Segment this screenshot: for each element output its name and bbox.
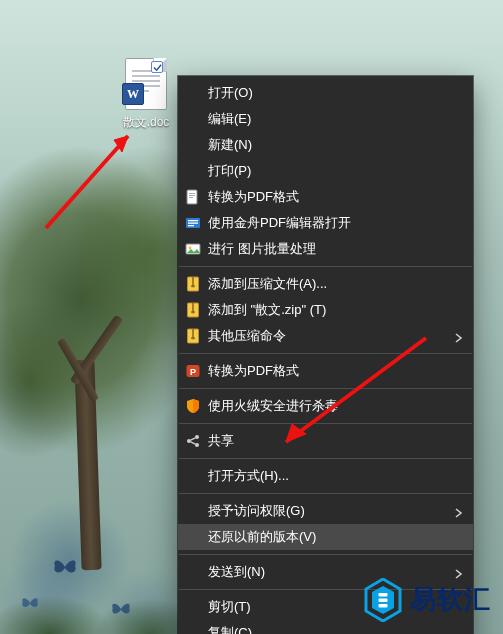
menu-item-huorong[interactable]: 使用火绒安全进行杀毒 bbox=[178, 393, 473, 419]
svg-rect-12 bbox=[191, 285, 194, 287]
svg-point-23 bbox=[195, 443, 199, 447]
menu-item-add-archive[interactable]: 添加到压缩文件(A)... bbox=[178, 271, 473, 297]
svg-rect-2 bbox=[189, 195, 195, 196]
watermark: 易软汇 bbox=[364, 578, 491, 622]
desktop-wallpaper: W 散文.doc 打开(O)编辑(E)新建(N)打印(P)转换为PDF格式使用金… bbox=[0, 0, 503, 634]
chevron-right-icon bbox=[455, 331, 463, 341]
menu-item-other-zip[interactable]: 其他压缩命令 bbox=[178, 323, 473, 349]
menu-item-new[interactable]: 新建(N) bbox=[178, 132, 473, 158]
shield-icon bbox=[185, 398, 201, 414]
archive-icon bbox=[185, 276, 201, 292]
butterfly-icon bbox=[52, 556, 78, 578]
svg-rect-5 bbox=[188, 220, 198, 221]
menu-item-share[interactable]: 共享 bbox=[178, 428, 473, 454]
no-icon bbox=[185, 111, 201, 127]
image-batch-icon bbox=[185, 241, 201, 257]
file-thumbnail: W bbox=[125, 58, 167, 110]
menu-item-label: 复制(C) bbox=[208, 624, 459, 634]
svg-rect-31 bbox=[379, 599, 388, 603]
butterfly-icon bbox=[110, 600, 132, 618]
menu-item-label: 打开方式(H)... bbox=[208, 467, 459, 485]
menu-item-label: 打开(O) bbox=[208, 84, 459, 102]
svg-rect-7 bbox=[188, 225, 194, 226]
menu-item-copy[interactable]: 复制(C) bbox=[178, 620, 473, 634]
no-icon bbox=[185, 599, 201, 615]
context-menu: 打开(O)编辑(E)新建(N)打印(P)转换为PDF格式使用金舟PDF编辑器打开… bbox=[178, 76, 473, 634]
menu-item-restore-prev[interactable]: 还原以前的版本(V) bbox=[178, 524, 473, 550]
archive-icon bbox=[185, 302, 201, 318]
svg-rect-18 bbox=[191, 337, 194, 339]
menu-item-jz-pdf[interactable]: 使用金舟PDF编辑器打开 bbox=[178, 210, 473, 236]
menu-item-to-pdf-2[interactable]: P转换为PDF格式 bbox=[178, 358, 473, 384]
svg-point-9 bbox=[189, 247, 192, 250]
menu-item-label: 添加到压缩文件(A)... bbox=[208, 275, 459, 293]
pdf-page-icon bbox=[185, 189, 201, 205]
checkbox-icon bbox=[151, 61, 163, 73]
chevron-right-icon bbox=[455, 567, 463, 577]
file-label: 散文.doc bbox=[115, 114, 177, 131]
menu-item-label: 打印(P) bbox=[208, 162, 459, 180]
svg-text:P: P bbox=[190, 367, 196, 377]
no-icon bbox=[185, 137, 201, 153]
menu-separator bbox=[179, 388, 472, 389]
menu-separator bbox=[179, 266, 472, 267]
annotation-arrow bbox=[36, 118, 156, 238]
svg-rect-3 bbox=[189, 197, 193, 198]
svg-point-21 bbox=[195, 435, 199, 439]
menu-item-label: 转换为PDF格式 bbox=[208, 362, 459, 380]
menu-item-label: 转换为PDF格式 bbox=[208, 188, 459, 206]
no-icon bbox=[185, 529, 201, 545]
butterfly-icon bbox=[20, 595, 40, 611]
chevron-right-icon bbox=[455, 506, 463, 516]
menu-item-label: 共享 bbox=[208, 432, 459, 450]
menu-item-label: 授予访问权限(G) bbox=[208, 502, 459, 520]
file-docx[interactable]: W 散文.doc bbox=[115, 58, 177, 131]
archive-icon bbox=[185, 328, 201, 344]
menu-item-label: 添加到 "散文.zip" (T) bbox=[208, 301, 459, 319]
no-icon bbox=[185, 564, 201, 580]
menu-separator bbox=[179, 493, 472, 494]
no-icon bbox=[185, 468, 201, 484]
watermark-logo-icon bbox=[364, 578, 402, 622]
menu-item-edit[interactable]: 编辑(E) bbox=[178, 106, 473, 132]
menu-item-label: 进行 图片批量处理 bbox=[208, 240, 459, 258]
menu-item-label: 使用火绒安全进行杀毒 bbox=[208, 397, 459, 415]
no-icon bbox=[185, 85, 201, 101]
menu-item-label: 使用金舟PDF编辑器打开 bbox=[208, 214, 459, 232]
menu-separator bbox=[179, 423, 472, 424]
menu-item-label: 其他压缩命令 bbox=[208, 327, 459, 345]
svg-rect-15 bbox=[191, 311, 194, 313]
svg-rect-11 bbox=[192, 277, 194, 286]
menu-item-label: 新建(N) bbox=[208, 136, 459, 154]
svg-rect-32 bbox=[379, 604, 388, 608]
menu-separator bbox=[179, 554, 472, 555]
word-badge-icon: W bbox=[122, 83, 144, 105]
menu-item-batch-img[interactable]: 进行 图片批量处理 bbox=[178, 236, 473, 262]
svg-rect-6 bbox=[188, 223, 198, 224]
no-icon bbox=[185, 503, 201, 519]
no-icon bbox=[185, 163, 201, 179]
menu-item-to-pdf[interactable]: 转换为PDF格式 bbox=[178, 184, 473, 210]
watermark-text: 易软汇 bbox=[410, 587, 491, 613]
svg-rect-17 bbox=[192, 329, 194, 338]
ppt-red-icon: P bbox=[185, 363, 201, 379]
svg-rect-30 bbox=[379, 593, 388, 597]
menu-item-label: 编辑(E) bbox=[208, 110, 459, 128]
svg-marker-25 bbox=[114, 136, 128, 152]
menu-item-grant-access[interactable]: 授予访问权限(G) bbox=[178, 498, 473, 524]
share-icon bbox=[185, 433, 201, 449]
svg-rect-14 bbox=[192, 303, 194, 312]
menu-separator bbox=[179, 458, 472, 459]
menu-item-print[interactable]: 打印(P) bbox=[178, 158, 473, 184]
menu-item-label: 还原以前的版本(V) bbox=[208, 528, 459, 546]
svg-rect-1 bbox=[189, 193, 195, 194]
menu-item-open-with[interactable]: 打开方式(H)... bbox=[178, 463, 473, 489]
menu-separator bbox=[179, 353, 472, 354]
no-icon bbox=[185, 625, 201, 634]
svg-point-22 bbox=[187, 439, 191, 443]
pdf-editor-icon bbox=[185, 215, 201, 231]
menu-item-add-zip[interactable]: 添加到 "散文.zip" (T) bbox=[178, 297, 473, 323]
svg-line-24 bbox=[46, 136, 128, 228]
menu-item-open[interactable]: 打开(O) bbox=[178, 80, 473, 106]
